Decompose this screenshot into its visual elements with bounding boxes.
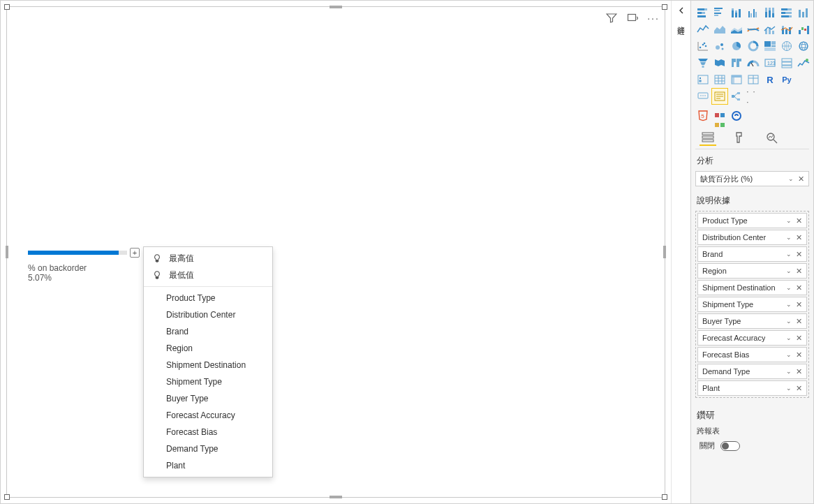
resize-handle-middle-left[interactable] bbox=[6, 246, 8, 258]
remove-field-icon[interactable]: ✕ bbox=[796, 267, 802, 276]
viz-type-multicard[interactable] bbox=[779, 55, 794, 71]
filter-icon[interactable] bbox=[606, 13, 617, 24]
field-well-item[interactable]: Shipment Type⌄✕ bbox=[697, 297, 807, 312]
field-well-item[interactable]: Buyer Type⌄✕ bbox=[697, 313, 807, 329]
resize-handle-top-right[interactable] bbox=[662, 4, 667, 10]
explain-by-field-group[interactable]: Product Type⌄✕ Distribution Center⌄✕ Bra… bbox=[695, 211, 809, 398]
field-well-item[interactable]: Region⌄✕ bbox=[697, 263, 807, 279]
viz-type-kpi[interactable] bbox=[796, 55, 811, 71]
viz-type-100-col[interactable] bbox=[762, 5, 778, 20]
cross-report-toggle[interactable] bbox=[720, 441, 740, 451]
html5-visual-icon[interactable]: 5 bbox=[697, 110, 709, 122]
viz-type-card[interactable]: 123 bbox=[762, 55, 778, 71]
field-well-analyze[interactable]: 缺貨百分比 (%) ⌄ ✕ bbox=[695, 171, 809, 186]
viz-type-stacked-area[interactable] bbox=[729, 22, 744, 37]
chevron-down-icon[interactable]: ⌄ bbox=[786, 284, 792, 291]
menu-field-item[interactable]: Brand bbox=[144, 323, 272, 340]
viz-type-map[interactable] bbox=[779, 38, 794, 54]
color-grid-visual-icon[interactable] bbox=[713, 110, 726, 122]
viz-type-py[interactable]: Py bbox=[779, 72, 794, 87]
viz-type-filled-map[interactable] bbox=[712, 55, 727, 71]
resize-handle-top-center[interactable] bbox=[330, 6, 342, 8]
viz-type-scatter[interactable] bbox=[695, 38, 711, 54]
viz-type-globe[interactable] bbox=[796, 38, 811, 54]
viz-type-bubble[interactable] bbox=[712, 38, 727, 54]
field-well-item[interactable]: Forecast Accuracy⌄✕ bbox=[697, 330, 807, 346]
resize-handle-bottom-left[interactable] bbox=[4, 494, 10, 500]
remove-field-icon[interactable]: ✕ bbox=[796, 216, 802, 225]
field-well-item[interactable]: Plant⌄✕ bbox=[697, 380, 807, 396]
field-well-item[interactable]: Shipment Destination⌄✕ bbox=[697, 280, 807, 295]
menu-field-item[interactable]: Forecast Bias bbox=[144, 424, 272, 440]
resize-handle-middle-right[interactable] bbox=[663, 246, 666, 258]
viz-type-decomposition[interactable] bbox=[729, 89, 744, 104]
appsource-visual-icon[interactable] bbox=[730, 110, 743, 122]
field-well-item[interactable]: Demand Type⌄✕ bbox=[697, 364, 807, 379]
resize-handle-bottom-right[interactable] bbox=[662, 494, 667, 500]
menu-field-item[interactable]: Plant bbox=[144, 457, 272, 474]
field-well-item[interactable]: Distribution Center⌄✕ bbox=[697, 230, 807, 245]
menu-field-item[interactable]: Product Type bbox=[144, 290, 272, 306]
viz-type-matrix[interactable] bbox=[729, 72, 744, 87]
menu-field-item[interactable]: Demand Type bbox=[144, 440, 272, 457]
viz-type-clustered-col[interactable] bbox=[746, 5, 761, 20]
viz-type-line-col[interactable] bbox=[762, 22, 778, 37]
remove-field-icon[interactable]: ✕ bbox=[796, 283, 802, 292]
viz-type-narrative[interactable] bbox=[712, 89, 727, 104]
chevron-down-icon[interactable]: ⌄ bbox=[788, 175, 794, 182]
tab-format[interactable] bbox=[732, 129, 748, 146]
viz-type-r[interactable]: R bbox=[762, 72, 778, 87]
resize-handle-top-left[interactable] bbox=[4, 4, 10, 10]
viz-type-line-col-stacked[interactable] bbox=[779, 22, 794, 37]
menu-item-lowest[interactable]: 最低值 bbox=[144, 267, 272, 283]
chevron-down-icon[interactable]: ⌄ bbox=[786, 217, 792, 224]
visual-container[interactable]: ··· + % on backorder 5.07% 最高值 bbox=[6, 6, 665, 498]
viz-type-100-bar[interactable] bbox=[779, 5, 794, 20]
menu-field-item[interactable]: Distribution Center bbox=[144, 306, 272, 323]
viz-type-shape-map[interactable] bbox=[729, 55, 744, 71]
menu-field-item[interactable]: Region bbox=[144, 340, 272, 357]
chevron-down-icon[interactable]: ⌄ bbox=[786, 334, 792, 341]
viz-type-slicer[interactable] bbox=[695, 72, 711, 87]
viz-type-key-influencers[interactable] bbox=[746, 72, 761, 87]
remove-field-icon[interactable]: ✕ bbox=[796, 350, 802, 360]
chevron-down-icon[interactable]: ⌄ bbox=[786, 267, 792, 274]
menu-field-item[interactable]: Buyer Type bbox=[144, 390, 272, 407]
viz-type-line[interactable] bbox=[695, 22, 711, 37]
chevron-down-icon[interactable]: ⌄ bbox=[786, 234, 792, 241]
remove-field-icon[interactable]: ✕ bbox=[796, 317, 802, 326]
more-options-icon[interactable]: ··· bbox=[648, 13, 659, 24]
viz-more-visuals[interactable]: · · · bbox=[746, 89, 761, 104]
menu-field-item[interactable]: Forecast Accuracy bbox=[144, 407, 272, 424]
chevron-down-icon[interactable]: ⌄ bbox=[786, 251, 792, 258]
report-canvas-area[interactable]: ··· + % on backorder 5.07% 最高值 bbox=[1, 1, 671, 503]
field-well-item[interactable]: Forecast Bias⌄✕ bbox=[697, 347, 807, 362]
remove-field-icon[interactable]: ✕ bbox=[798, 175, 804, 184]
viz-type-stacked-col[interactable] bbox=[729, 5, 744, 20]
expand-chevron-icon[interactable] bbox=[677, 6, 686, 15]
viz-type-table[interactable] bbox=[712, 72, 727, 87]
viz-type-funnel[interactable] bbox=[695, 55, 711, 71]
remove-field-icon[interactable]: ✕ bbox=[796, 250, 802, 259]
focus-mode-icon[interactable] bbox=[627, 13, 638, 24]
remove-field-icon[interactable]: ✕ bbox=[796, 384, 802, 393]
menu-field-item[interactable]: Shipment Destination bbox=[144, 357, 272, 373]
chevron-down-icon[interactable]: ⌄ bbox=[786, 385, 792, 392]
remove-field-icon[interactable]: ✕ bbox=[796, 300, 802, 309]
viz-type-treemap[interactable] bbox=[762, 38, 778, 54]
viz-type-qa[interactable] bbox=[695, 89, 711, 104]
viz-type-waterfall[interactable] bbox=[796, 22, 811, 37]
viz-type-ribbon[interactable] bbox=[746, 22, 761, 37]
remove-field-icon[interactable]: ✕ bbox=[796, 367, 802, 376]
viz-type-clustered-bar[interactable] bbox=[712, 5, 727, 20]
menu-item-highest[interactable]: 最高值 bbox=[144, 250, 272, 267]
chevron-down-icon[interactable]: ⌄ bbox=[786, 318, 792, 325]
tab-analytics[interactable] bbox=[764, 129, 780, 146]
field-well-item[interactable]: Product Type⌄✕ bbox=[697, 213, 807, 228]
tab-fields[interactable] bbox=[700, 129, 716, 146]
chevron-down-icon[interactable]: ⌄ bbox=[786, 351, 792, 358]
viz-type-donut[interactable] bbox=[746, 38, 761, 54]
chevron-down-icon[interactable]: ⌄ bbox=[786, 368, 792, 375]
viz-type-stacked-bar[interactable] bbox=[695, 5, 711, 20]
remove-field-icon[interactable]: ✕ bbox=[796, 233, 802, 242]
